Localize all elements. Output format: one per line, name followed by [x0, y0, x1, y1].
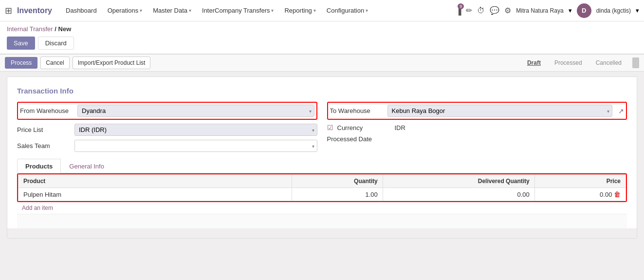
delete-row-icon[interactable]: 🗑: [614, 190, 621, 198]
caret-icon: ▾: [366, 8, 368, 13]
cancel-button[interactable]: Cancel: [40, 56, 69, 69]
currency-row: ☑ Currency IDR: [327, 124, 627, 131]
section-title: Transaction Info: [17, 87, 627, 95]
tab-products[interactable]: Products: [17, 159, 61, 173]
step-draft: Draft: [522, 58, 546, 68]
cell-product[interactable]: Pulpen Hitam: [18, 188, 292, 201]
chat-icon[interactable]: 💬: [490, 6, 499, 15]
cell-quantity[interactable]: 1.00: [292, 188, 383, 201]
col-quantity: Quantity: [292, 175, 383, 188]
external-link-icon[interactable]: ↗: [618, 107, 624, 115]
tab-bar: Products General Info: [17, 159, 627, 173]
company-caret: ▾: [569, 7, 572, 14]
user-name: dinda (kgctis): [596, 7, 631, 14]
to-warehouse-wrap: Kebun Raya Bogor ▾: [387, 105, 613, 117]
currency-checkbox[interactable]: ☑: [327, 124, 333, 131]
company-name: Mitra Natura Raya: [516, 7, 563, 14]
form-card: Transaction Info From Warehouse Dyandra …: [7, 76, 637, 239]
caret-icon: ▾: [313, 8, 316, 13]
to-warehouse-row: To Warehouse Kebun Raya Bogor ▾ ↗: [327, 102, 627, 120]
scrollbar[interactable]: [632, 57, 639, 68]
col-delivered-qty: Delivered Quantity: [383, 175, 534, 188]
caret-icon: ▾: [271, 8, 274, 13]
sales-team-row: Sales Team ▾: [17, 140, 317, 152]
processed-date-label: Processed Date: [327, 135, 381, 143]
caret-icon: ▾: [140, 8, 142, 13]
step-cancelled: Cancelled: [591, 58, 626, 68]
nav-dashboard[interactable]: Dashboard: [62, 5, 101, 16]
cell-price: 0.00 🗑: [534, 188, 626, 201]
currency-value: IDR: [395, 124, 405, 131]
top-nav: ⊞ Inventory Dashboard Operations ▾ Maste…: [0, 0, 644, 21]
processed-date-row: Processed Date: [327, 135, 627, 143]
step-processed: Processed: [550, 58, 587, 68]
from-warehouse-select[interactable]: Dyandra: [77, 105, 314, 117]
user-caret: ▾: [636, 7, 639, 14]
col-product: Product: [18, 175, 292, 188]
table-row: Pulpen Hitam 1.00 0.00 0.00 🗑: [18, 188, 626, 201]
nav-intercompany[interactable]: InterCompany Transfers ▾: [198, 5, 277, 16]
product-table: Product Quantity Delivered Quantity Pric…: [18, 174, 626, 201]
price-list-wrap: IDR (IDR) ▾: [74, 124, 317, 136]
breadcrumb-bar: Internal Transfer / New Save Discard: [0, 21, 644, 54]
product-table-wrap: Product Quantity Delivered Quantity Pric…: [17, 173, 627, 202]
status-steps: Draft Processed Cancelled: [522, 58, 626, 68]
from-warehouse-wrap: Dyandra ▾: [77, 105, 314, 117]
caret-icon: ▾: [189, 8, 191, 13]
breadcrumb-parent[interactable]: Internal Transfer: [7, 25, 53, 33]
currency-label: Currency: [337, 124, 391, 131]
discard-button[interactable]: Discard: [38, 37, 74, 50]
cell-delivered-qty: 0.00: [383, 188, 534, 201]
sales-team-label: Sales Team: [17, 142, 71, 149]
clock-icon[interactable]: ⏱: [477, 6, 485, 15]
nav-configuration[interactable]: Configuration ▾: [323, 5, 372, 16]
main-content: Transaction Info From Warehouse Dyandra …: [0, 72, 644, 243]
settings-icon[interactable]: ⚙: [504, 6, 511, 15]
empty-area: [17, 214, 627, 228]
app-name: Inventory: [17, 6, 52, 15]
notification-badge-wrap[interactable]: ▐ 9: [456, 6, 461, 15]
breadcrumb: Internal Transfer / New: [7, 25, 637, 33]
breadcrumb-current: New: [58, 25, 72, 33]
sales-team-select[interactable]: [74, 140, 317, 152]
price-list-row: Price List IDR (IDR) ▾: [17, 124, 317, 136]
col-price: Price: [534, 175, 626, 188]
nav-master-data[interactable]: Master Data ▾: [149, 5, 195, 16]
process-button[interactable]: Process: [5, 57, 37, 69]
price-list-select[interactable]: IDR (IDR): [74, 124, 317, 136]
save-button[interactable]: Save: [7, 37, 35, 50]
avatar[interactable]: D: [577, 3, 591, 18]
bottom-spacer: [7, 228, 637, 238]
status-bar: Process Cancel Import/Export Product Lis…: [0, 54, 644, 72]
edit-nav-icon[interactable]: ✏: [466, 6, 472, 15]
tab-general-info[interactable]: General Info: [61, 159, 112, 173]
sales-team-wrap: ▾: [74, 140, 317, 152]
price-list-label: Price List: [17, 126, 71, 133]
nav-right: ▐ 9 ✏ ⏱ 💬 ⚙ Mitra Natura Raya ▾ D dinda …: [456, 3, 639, 18]
nav-reporting[interactable]: Reporting ▾: [280, 5, 319, 16]
to-warehouse-select[interactable]: Kebun Raya Bogor: [387, 105, 613, 117]
nav-operations[interactable]: Operations ▾: [104, 5, 147, 16]
grid-icon[interactable]: ⊞: [5, 5, 12, 16]
import-export-button[interactable]: Import/Export Product List: [73, 56, 151, 69]
action-buttons: Save Discard: [7, 37, 637, 54]
from-warehouse-label: From Warehouse: [20, 107, 74, 114]
from-warehouse-row: From Warehouse Dyandra ▾: [17, 102, 317, 120]
add-item-button[interactable]: Add an item: [17, 202, 58, 214]
to-warehouse-label: To Warehouse: [330, 107, 384, 114]
badge-count: 9: [458, 3, 464, 9]
